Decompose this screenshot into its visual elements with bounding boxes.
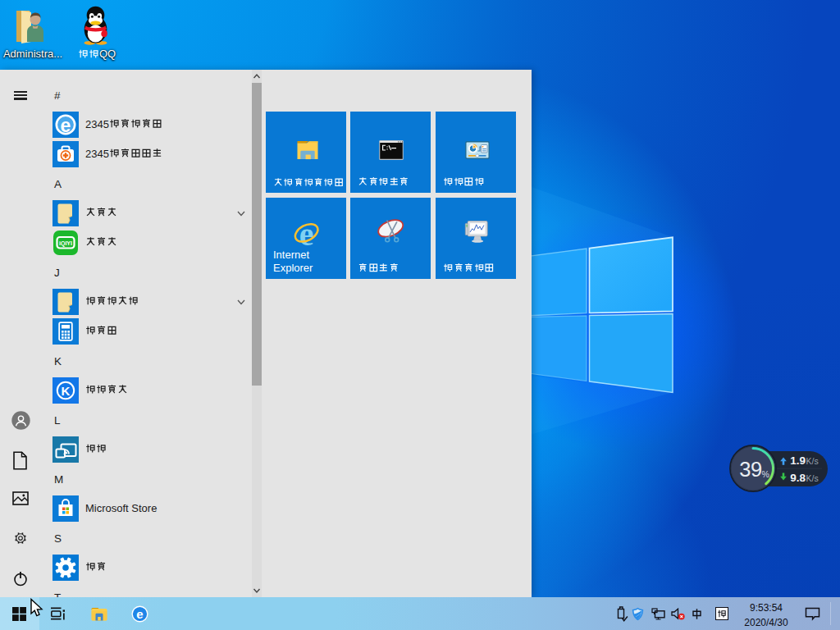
svg-text:e: e (60, 114, 71, 135)
svg-text:39: 39 (739, 458, 761, 481)
svg-text:%: % (762, 469, 769, 479)
svg-text:1.9: 1.9 (790, 454, 806, 467)
svg-text:iQIYI: iQIYI (59, 240, 72, 246)
svg-text:K: K (61, 383, 70, 397)
svg-text:K/s: K/s (806, 456, 819, 466)
svg-text:K/s: K/s (806, 473, 819, 483)
svg-text:e: e (136, 607, 143, 621)
svg-text:9.8: 9.8 (790, 472, 806, 484)
